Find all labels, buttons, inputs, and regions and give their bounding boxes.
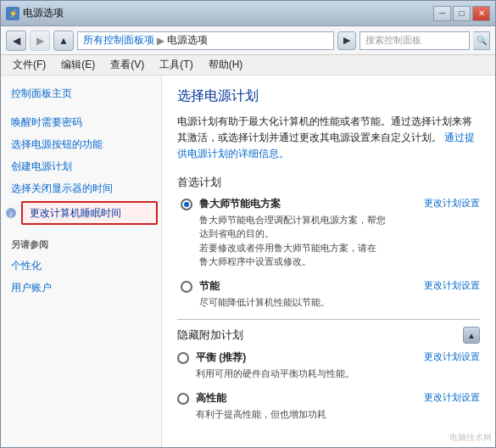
plan-name-high: 高性能 — [196, 391, 226, 406]
plan-settings-link-save[interactable]: 更改计划设置 — [424, 279, 480, 292]
sidebar-also-see: 另请参阅 — [1, 232, 161, 255]
plan-name-save: 节能 — [199, 279, 220, 294]
plan-name-luda: 鲁大师节能电方案 — [199, 197, 281, 211]
back-button[interactable]: ◀ — [6, 31, 26, 51]
forward-button[interactable]: ▶ — [30, 31, 50, 51]
plan-desc-high: 有利于提高性能，但也增加功耗 — [196, 407, 480, 422]
close-button[interactable]: ✕ — [472, 6, 490, 21]
sidebar-user-accounts[interactable]: 用户账户 — [1, 277, 161, 299]
plan-info-high: 高性能 更改计划设置 有利于提高性能，但也增加功耗 — [196, 391, 480, 422]
path-all-control-panel[interactable]: 所有控制面板项 — [83, 33, 154, 48]
main-content: 控制面板主页 唤醒时需要密码 选择电源按钮的功能 创建电源计划 选择关闭显示器的… — [1, 76, 495, 447]
plan-radio-balanced[interactable] — [177, 352, 189, 364]
expand-button[interactable]: ▲ — [463, 327, 480, 344]
plan-item-save: 节能 更改计划设置 尽可能降低计算机性能以节能。 — [181, 279, 480, 310]
page-title: 选择电源计划 — [177, 87, 480, 105]
up-button[interactable]: ▲ — [53, 31, 74, 51]
maximize-button[interactable]: □ — [453, 6, 471, 21]
preferred-plans: 鲁大师节能电方案 更改计划设置 鲁大师节能电合理调配计算机电源方案，帮您达到省电… — [181, 197, 480, 310]
hidden-section: 隐藏附加计划 ▲ 平衡 (推荐) 更改计划设置 利用可用的硬件自动平衡功耗与性能… — [177, 319, 480, 421]
sleep-icon: z — [4, 206, 18, 220]
search-icon[interactable]: 🔍 — [473, 31, 490, 50]
plan-info-save: 节能 更改计划设置 尽可能降低计算机性能以节能。 — [199, 279, 480, 310]
path-separator: ▶ — [157, 35, 164, 47]
sidebar-link-wakeup[interactable]: 唤醒时需要密码 — [1, 111, 161, 133]
plan-info-luda: 鲁大师节能电方案 更改计划设置 鲁大师节能电合理调配计算机电源方案，帮您达到省电… — [199, 197, 480, 269]
title-buttons: ─ □ ✕ — [433, 6, 490, 21]
plan-settings-link-high[interactable]: 更改计划设置 — [424, 391, 480, 404]
path-current: 电源选项 — [167, 33, 208, 48]
plan-radio-save[interactable] — [181, 281, 192, 293]
menu-bar: 文件(F) 编辑(E) 查看(V) 工具(T) 帮助(H) — [1, 55, 495, 76]
plan-settings-link-luda[interactable]: 更改计划设置 — [424, 197, 480, 210]
title-bar: ⚡ 电源选项 ─ □ ✕ — [1, 1, 495, 26]
window-icon: ⚡ — [6, 7, 20, 20]
address-go-button[interactable]: ▶ — [337, 31, 356, 50]
menu-tools[interactable]: 工具(T) — [153, 56, 199, 74]
address-bar: ◀ ▶ ▲ 所有控制面板项 ▶ 电源选项 ▶ 搜索控制面板 🔍 — [1, 26, 495, 55]
window-title: 电源选项 — [23, 6, 64, 20]
plan-settings-link-balanced[interactable]: 更改计划设置 — [424, 350, 480, 363]
search-box[interactable]: 搜索控制面板 — [359, 31, 470, 50]
plan-name-balanced: 平衡 (推荐) — [196, 350, 246, 365]
content-panel: 选择电源计划 电源计划有助于最大化计算机的性能或者节能。通过选择计划来将其激活，… — [162, 76, 495, 447]
search-placeholder-text: 搜索控制面板 — [365, 34, 421, 47]
minimize-button[interactable]: ─ — [433, 6, 451, 21]
preferred-section-header: 首选计划 — [177, 175, 480, 190]
plan-item-balanced: 平衡 (推荐) 更改计划设置 利用可用的硬件自动平衡功耗与性能。 — [177, 350, 480, 381]
menu-view[interactable]: 查看(V) — [103, 56, 151, 74]
menu-help[interactable]: 帮助(H) — [202, 56, 250, 74]
svg-text:z: z — [9, 210, 13, 218]
menu-file[interactable]: 文件(F) — [6, 56, 53, 74]
sidebar-link-create-plan[interactable]: 创建电源计划 — [1, 155, 161, 177]
sidebar-link-sleep-time[interactable]: 更改计算机睡眠时间 — [21, 201, 158, 225]
title-bar-left: ⚡ 电源选项 — [6, 6, 64, 20]
content-description: 电源计划有助于最大化计算机的性能或者节能。通过选择计划来将其激活，或选择计划并通… — [177, 114, 480, 163]
plan-item-high: 高性能 更改计划设置 有利于提高性能，但也增加功耗 — [177, 391, 480, 422]
plan-radio-luda[interactable] — [181, 199, 192, 210]
hidden-section-title: 隐藏附加计划 — [177, 328, 243, 343]
hidden-section-header: 隐藏附加计划 ▲ — [177, 327, 480, 344]
watermark: 电脑技术网 — [449, 432, 492, 444]
plan-info-balanced: 平衡 (推荐) 更改计划设置 利用可用的硬件自动平衡功耗与性能。 — [196, 350, 480, 381]
sidebar-personalize[interactable]: 个性化 — [1, 255, 161, 277]
plan-desc-balanced: 利用可用的硬件自动平衡功耗与性能。 — [196, 367, 480, 381]
plan-item-luda: 鲁大师节能电方案 更改计划设置 鲁大师节能电合理调配计算机电源方案，帮您达到省电… — [181, 197, 480, 269]
sidebar-link-power-button[interactable]: 选择电源按钮的功能 — [1, 133, 161, 155]
plan-desc-luda: 鲁大师节能电合理调配计算机电源方案，帮您达到省电的目的。若要修改或者停用鲁大师节… — [199, 213, 480, 269]
sidebar: 控制面板主页 唤醒时需要密码 选择电源按钮的功能 创建电源计划 选择关闭显示器的… — [1, 76, 162, 447]
sidebar-link-display-off[interactable]: 选择关闭显示器的时间 — [1, 177, 161, 199]
plan-radio-high[interactable] — [177, 393, 189, 405]
sidebar-link-home[interactable]: 控制面板主页 — [1, 82, 161, 104]
address-path[interactable]: 所有控制面板项 ▶ 电源选项 — [77, 31, 334, 50]
main-window: ⚡ 电源选项 ─ □ ✕ ◀ ▶ ▲ 所有控制面板项 ▶ 电源选项 ▶ 搜索控制… — [0, 0, 496, 448]
menu-edit[interactable]: 编辑(E) — [54, 56, 102, 74]
plan-desc-save: 尽可能降低计算机性能以节能。 — [199, 295, 480, 310]
